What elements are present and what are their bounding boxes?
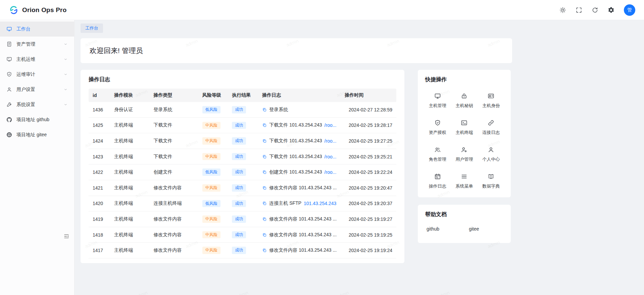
log-link[interactable]: /roo... bbox=[325, 122, 337, 128]
cell-id: 1419 bbox=[89, 211, 110, 227]
cell-id: 1436 bbox=[89, 102, 110, 117]
github-icon bbox=[6, 117, 12, 122]
copy-icon[interactable] bbox=[262, 154, 267, 159]
copy-icon[interactable] bbox=[262, 123, 267, 128]
cell-result: 成功 bbox=[228, 211, 258, 227]
log-link[interactable]: 101.43.254.243 bbox=[304, 201, 336, 206]
tab-workbench[interactable]: 工作台 bbox=[81, 23, 103, 33]
sidebar-menu: 工作台资产管理主机运维运维审计用户设置系统设置项目地址 github项目地址 g… bbox=[0, 21, 74, 142]
cell-module: 主机终端 bbox=[110, 133, 149, 149]
quick-action-asset-auth[interactable]: 资产授权 bbox=[425, 119, 450, 136]
log-text: 创建文件 101.43.254.243 bbox=[269, 169, 322, 175]
cell-type: 修改文件内容 bbox=[150, 227, 198, 243]
copy-icon[interactable] bbox=[262, 170, 267, 175]
fullscreen-icon[interactable] bbox=[576, 7, 582, 13]
copy-icon[interactable] bbox=[262, 233, 267, 237]
quick-action-label: 主机秘钥 bbox=[455, 103, 473, 109]
quick-action-label: 个人中心 bbox=[482, 156, 500, 162]
cell-module: 身份认证 bbox=[110, 102, 149, 117]
tool-icon bbox=[6, 102, 12, 107]
log-link[interactable]: /roo... bbox=[325, 169, 337, 175]
log-text: 登录系统 bbox=[269, 107, 288, 113]
copy-icon[interactable] bbox=[262, 186, 267, 190]
sidebar-item-asset-manage[interactable]: 资产管理 bbox=[0, 37, 74, 52]
help-link-github[interactable]: github bbox=[427, 226, 439, 232]
cell-id: 1422 bbox=[89, 164, 110, 180]
log-entry: 修改文件内容 101.43.254.243 ... bbox=[262, 185, 337, 191]
cell-module: 主机终端 bbox=[110, 211, 149, 227]
copy-icon[interactable] bbox=[262, 217, 267, 222]
sidebar-item-user-settings[interactable]: 用户设置 bbox=[0, 82, 74, 97]
quick-action-host-key[interactable]: 主机秘钥 bbox=[452, 93, 477, 109]
book-icon bbox=[488, 173, 494, 180]
risk-badge: 中风险 bbox=[202, 231, 220, 239]
app-logo: Orion Ops Pro bbox=[9, 5, 66, 15]
sidebar-item-label: 资产管理 bbox=[16, 41, 35, 47]
header-actions: 管 bbox=[559, 4, 635, 16]
quick-action-host-manage[interactable]: 主机管理 bbox=[425, 93, 450, 109]
cell-time: 2024-02-27 12:28:59 bbox=[341, 102, 396, 117]
quick-action-personal-center[interactable]: 个人中心 bbox=[479, 146, 503, 162]
cell-time: 2024-02-25 19:22:24 bbox=[341, 164, 396, 180]
sidebar-item-gitee[interactable]: 项目地址 gitee bbox=[0, 127, 74, 142]
copy-icon[interactable] bbox=[262, 201, 267, 206]
sidebar-item-github[interactable]: 项目地址 github bbox=[0, 112, 74, 127]
theme-icon[interactable] bbox=[559, 7, 566, 13]
cell-type: 下载文件 bbox=[150, 133, 198, 149]
user-icon bbox=[488, 146, 494, 153]
quick-action-host-identity[interactable]: 主机身份 bbox=[479, 93, 503, 109]
quick-action-role-manage[interactable]: 角色管理 bbox=[425, 146, 450, 162]
sidebar-item-workbench[interactable]: 工作台 bbox=[0, 21, 74, 37]
table-row: 1436身份认证登录系统低风险成功登录系统2024-02-27 12:28:59 bbox=[89, 102, 396, 117]
sidebar-item-label: 系统设置 bbox=[16, 102, 35, 108]
risk-badge: 低风险 bbox=[202, 200, 220, 207]
sidebar-item-host-ops[interactable]: 主机运维 bbox=[0, 52, 74, 67]
desktop-icon bbox=[434, 93, 441, 99]
help-link-gitee[interactable]: gitee bbox=[469, 226, 479, 232]
quick-action-label: 数据字典 bbox=[482, 183, 500, 189]
cell-module: 主机终端 bbox=[110, 243, 149, 258]
menu-fold-icon[interactable] bbox=[63, 233, 69, 239]
user-add-icon bbox=[461, 146, 467, 153]
copy-icon[interactable] bbox=[262, 139, 267, 143]
table-row: 1417主机终端修改文件内容中风险成功修改文件内容 101.43.254.243… bbox=[89, 243, 396, 258]
sidebar-item-system-settings[interactable]: 系统设置 bbox=[0, 97, 74, 112]
copy-icon[interactable] bbox=[262, 107, 267, 112]
table-row: 1419主机终端修改文件内容中风险成功修改文件内容 101.43.254.243… bbox=[89, 211, 396, 227]
quick-action-label: 系统菜单 bbox=[455, 183, 473, 189]
cell-time: 2024-02-25 19:19:27 bbox=[341, 211, 396, 227]
log-entry: 修改文件内容 101.43.254.243 ... bbox=[262, 216, 337, 222]
log-link[interactable]: /roo... bbox=[325, 154, 337, 159]
copy-icon[interactable] bbox=[262, 248, 267, 253]
sidebar-item-ops-audit[interactable]: 运维审计 bbox=[0, 67, 74, 82]
cell-time: 2024-02-25 19:20:37 bbox=[341, 196, 396, 211]
log-text: 修改文件内容 101.43.254.243 ... bbox=[269, 232, 337, 238]
quick-action-label: 资产授权 bbox=[429, 130, 446, 136]
log-entry: 下载文件 101.43.254.243 /roo... bbox=[262, 138, 337, 144]
avatar[interactable]: 管 bbox=[624, 4, 635, 16]
result-badge: 成功 bbox=[232, 106, 246, 113]
cell-risk: 中风险 bbox=[198, 117, 228, 133]
cell-module: 主机终端 bbox=[110, 164, 149, 180]
quick-action-user-manage[interactable]: 用户管理 bbox=[452, 146, 477, 162]
log-text: 修改文件内容 101.43.254.243 ... bbox=[269, 185, 337, 191]
quick-action-operation-log[interactable]: 操作日志 bbox=[425, 173, 450, 189]
operation-log-table: id操作模块操作类型风险等级执行结果操作日志操作时间 1436身份认证登录系统低… bbox=[89, 89, 396, 258]
log-entry: 修改文件内容 101.43.254.243 ... bbox=[262, 232, 337, 238]
settings-icon[interactable] bbox=[608, 7, 614, 13]
log-entry: 连接主机 SFTP 101.43.254.243 bbox=[262, 200, 337, 206]
app-title: Orion Ops Pro bbox=[22, 6, 66, 14]
cell-id: 1423 bbox=[89, 149, 110, 164]
quick-action-system-menu[interactable]: 系统菜单 bbox=[452, 173, 477, 189]
quick-action-connect-log[interactable]: 连接日志 bbox=[479, 119, 503, 136]
sidebar-item-label: 主机运维 bbox=[16, 56, 35, 62]
quick-action-host-terminal[interactable]: 主机终端 bbox=[452, 119, 477, 136]
log-entry: 登录系统 bbox=[262, 107, 337, 113]
cell-risk: 低风险 bbox=[198, 164, 228, 180]
risk-badge: 中风险 bbox=[202, 137, 220, 145]
log-link[interactable]: /roo... bbox=[325, 138, 337, 144]
refresh-icon[interactable] bbox=[592, 7, 598, 13]
quick-action-data-dict[interactable]: 数据字典 bbox=[479, 173, 503, 189]
operation-log-panel: 操作日志 id操作模块操作类型风险等级执行结果操作日志操作时间 1436身份认证… bbox=[81, 70, 404, 263]
cell-log: 下载文件 101.43.254.243 /roo... bbox=[258, 133, 341, 149]
